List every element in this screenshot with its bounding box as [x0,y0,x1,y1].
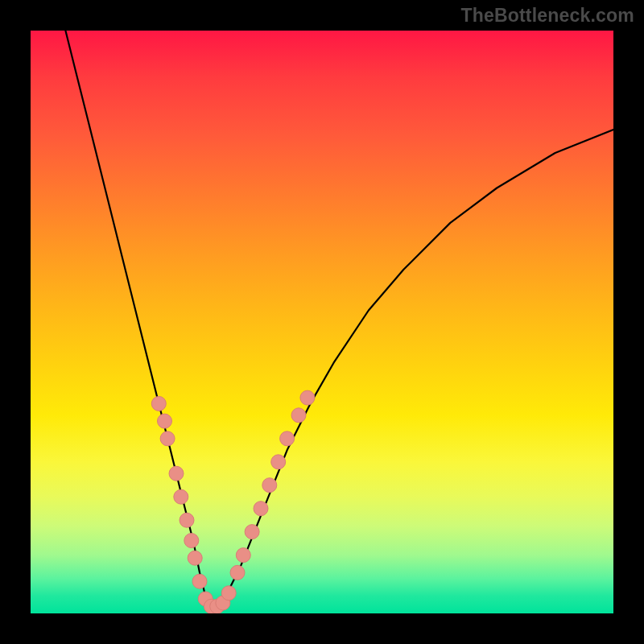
curve-marker [184,534,199,548]
bottleneck-curve [65,31,613,608]
chart-frame: TheBottleneck.com [0,0,644,644]
curve-marker [216,596,230,610]
curve-marker [300,390,315,405]
curve-marker [192,574,207,588]
curve-marker [169,466,184,481]
curve-marker [262,478,277,493]
curve-marker [204,599,218,613]
watermark-text: TheBottleneck.com [460,5,634,27]
plot-area [31,31,613,613]
curve-marker [254,502,268,516]
curve-marker [236,548,250,563]
curve-marker [271,455,286,469]
curve-marker [180,513,194,527]
curve-marker [230,565,245,580]
curve-marker [210,599,225,613]
curve-marker [245,525,259,539]
curve-marker [151,396,166,411]
curve-marker [280,431,295,446]
curve-marker [221,586,236,601]
curve-marker [291,408,306,423]
curve-marker [198,592,213,606]
curve-marker [174,489,188,504]
curve-marker [188,551,202,565]
curve-markers [151,390,315,613]
curve-marker [160,431,175,446]
curve-marker [158,414,172,428]
curve-svg [31,31,613,613]
